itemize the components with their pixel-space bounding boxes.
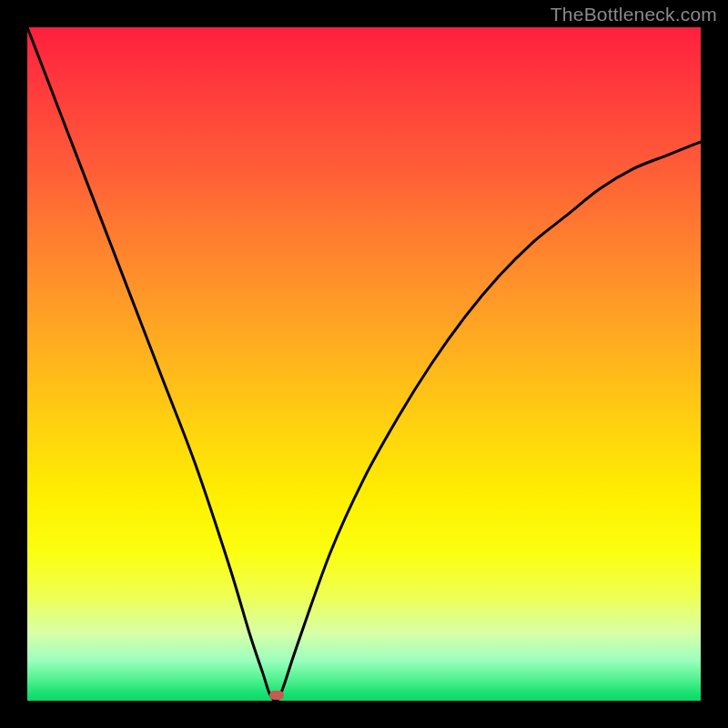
curve-svg <box>27 27 701 701</box>
chart-frame: TheBottleneck.com <box>0 0 728 728</box>
min-marker <box>269 691 284 700</box>
bottleneck-curve-path <box>27 27 701 701</box>
plot-area <box>27 27 701 701</box>
watermark-text: TheBottleneck.com <box>551 4 717 25</box>
